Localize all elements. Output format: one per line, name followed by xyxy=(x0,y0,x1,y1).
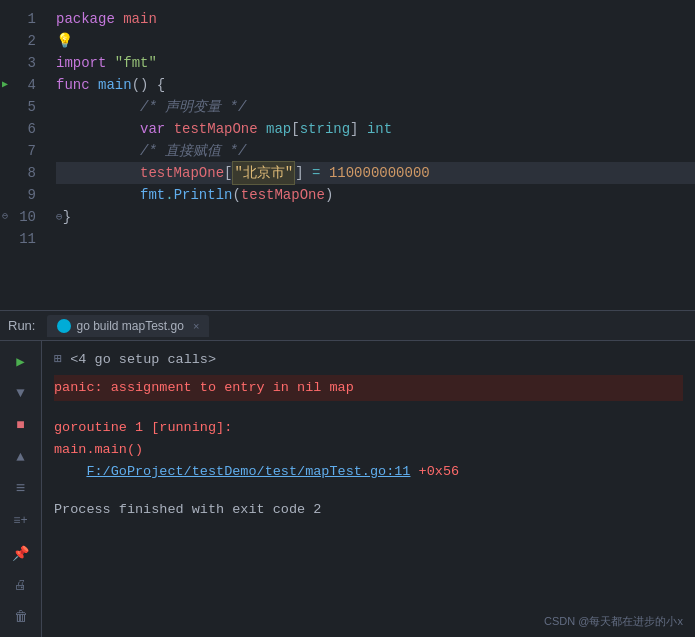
code-line-11 xyxy=(56,228,695,250)
scroll-down-button[interactable]: ▼ xyxy=(7,379,35,407)
code-line-9: fmt.Println(testMapOne) xyxy=(56,184,695,206)
output-main-line: main.main() xyxy=(54,439,683,461)
line-number-10: ⊖ 10 xyxy=(0,206,48,228)
tab-label: go build mapTest.go xyxy=(76,319,183,333)
file-path-link[interactable]: F:/GoProject/testDemo/test/mapTest.go:11 xyxy=(86,464,410,479)
bottom-panel: Run: go build mapTest.go × ▶ ▼ ■ ▲ ≡ ≡+ … xyxy=(0,310,695,637)
line-number-2: 2 xyxy=(0,30,48,52)
panel-header: Run: go build mapTest.go × xyxy=(0,311,695,341)
line-number-5: 5 xyxy=(0,96,48,118)
play-button[interactable]: ▶ xyxy=(7,347,35,375)
line-number-7: 7 xyxy=(0,140,48,162)
scroll-up-button[interactable]: ▲ xyxy=(7,443,35,471)
fold-icon[interactable]: ⊖ xyxy=(2,206,8,228)
panic-text: panic: assignment to entry in nil map xyxy=(54,380,354,395)
run-tab[interactable]: go build mapTest.go × xyxy=(47,315,209,337)
code-line-6: var testMapOne map[string] int xyxy=(56,118,695,140)
code-line-1: package main xyxy=(56,8,695,30)
panel-toolbar: ▶ ▼ ■ ▲ ≡ ≡+ 📌 🖨 🗑 xyxy=(0,341,42,637)
go-icon xyxy=(57,319,71,333)
code-line-7: /* 直接赋值 */ xyxy=(56,140,695,162)
line-number-8: 8 xyxy=(0,162,48,184)
process-text: Process finished with exit code 2 xyxy=(54,502,321,517)
output-panic-line: panic: assignment to entry in nil map xyxy=(54,375,683,401)
code-line-2: 💡 xyxy=(56,30,695,52)
output-path-line: F:/GoProject/testDemo/test/mapTest.go:11… xyxy=(54,461,683,483)
watermark: CSDN @每天都在进步的小x xyxy=(544,614,683,629)
code-content: package main 💡 import "fmt" func main() … xyxy=(48,0,695,310)
editor-area: 1 2 3 ▶ 4 5 6 7 8 9 ⊖ 10 11 package main… xyxy=(0,0,695,310)
lightbulb-icon: 💡 xyxy=(56,30,73,52)
expand-icon[interactable]: ⊞ xyxy=(54,352,62,367)
goroutine-text: goroutine 1 [running]: xyxy=(54,420,232,435)
filter-button[interactable]: ≡ xyxy=(7,475,35,503)
code-line-3: import "fmt" xyxy=(56,52,695,74)
delete-button[interactable]: 🗑 xyxy=(7,603,35,631)
code-line-4: func main() { xyxy=(56,74,695,96)
line-number-6: 6 xyxy=(0,118,48,140)
output-process-line: Process finished with exit code 2 xyxy=(54,499,683,521)
output-goroutine-line: goroutine 1 [running]: xyxy=(54,417,683,439)
main-func-text: main.main() xyxy=(54,442,143,457)
run-arrow-icon[interactable]: ▶ xyxy=(2,74,8,96)
pin-button[interactable]: 📌 xyxy=(7,539,35,567)
line-number-9: 9 xyxy=(0,184,48,206)
code-line-5: /* 声明变量 */ xyxy=(56,96,695,118)
line-number-4: ▶ 4 xyxy=(0,74,48,96)
panel-body: ▶ ▼ ■ ▲ ≡ ≡+ 📌 🖨 🗑 ⊞ <4 go setup calls> … xyxy=(0,341,695,637)
line-number-11: 11 xyxy=(0,228,48,250)
code-line-10: ⊖} xyxy=(56,206,695,228)
line-number-1: 1 xyxy=(0,8,48,30)
tab-close-button[interactable]: × xyxy=(193,320,199,332)
line-number-3: 3 xyxy=(0,52,48,74)
output-setup-line: ⊞ <4 go setup calls> xyxy=(54,349,683,371)
line-numbers: 1 2 3 ▶ 4 5 6 7 8 9 ⊖ 10 11 xyxy=(0,0,48,310)
output-area[interactable]: ⊞ <4 go setup calls> panic: assignment t… xyxy=(42,341,695,637)
offset-text: +0x56 xyxy=(419,464,460,479)
code-line-8: testMapOne["北京市"] = 110000000000 xyxy=(56,162,695,184)
print-button[interactable]: 🖨 xyxy=(7,571,35,599)
stop-button[interactable]: ■ xyxy=(7,411,35,439)
run-label: Run: xyxy=(8,318,35,333)
filter-add-button[interactable]: ≡+ xyxy=(7,507,35,535)
setup-calls-text: <4 go setup calls> xyxy=(70,352,216,367)
